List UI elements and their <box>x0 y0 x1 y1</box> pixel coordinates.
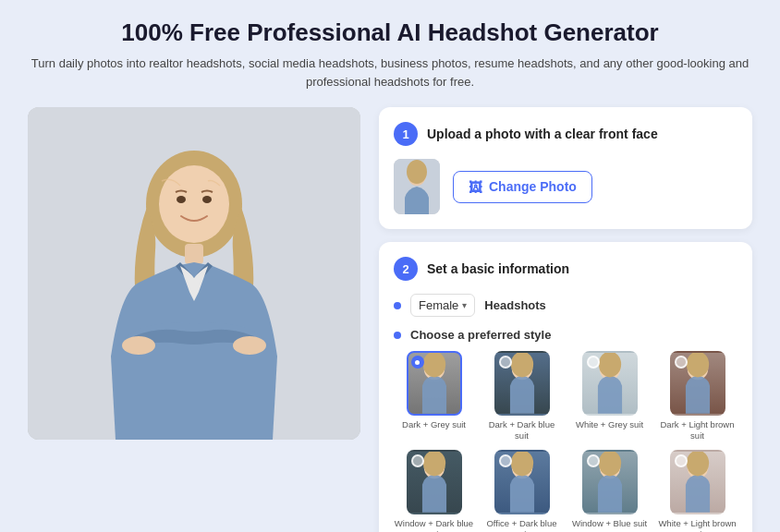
style-dot <box>394 332 401 339</box>
page: 100% Free Professional AI Headshot Gener… <box>0 0 780 532</box>
style-item-window-darkblue[interactable]: Window + Dark blue suit <box>394 450 474 532</box>
right-panel: 1 Upload a photo with a clear front face <box>379 107 752 532</box>
step2-header: 2 Set a basic information <box>394 257 737 281</box>
step2-badge: 2 <box>394 257 418 281</box>
step2-card: 2 Set a basic information Female ▾ Heads… <box>379 242 752 532</box>
gender-value: Female <box>419 298 458 312</box>
style-section-label: Choose a preferred style <box>410 328 551 342</box>
style-item-office-darkblue[interactable]: Office + Dark blue suit <box>481 450 562 532</box>
style-radio-office-darkblue <box>499 454 512 467</box>
style-caption-office-darkblue: Office + Dark blue suit <box>481 518 562 532</box>
change-photo-button[interactable]: 🖼 Change Photo <box>453 171 592 203</box>
style-radio-dark-lightbrown <box>675 356 688 369</box>
thumbnail-preview <box>394 159 440 214</box>
style-radio-window-darkblue <box>411 454 424 467</box>
style-caption-dark-grey: Dark + Grey suit <box>402 419 466 430</box>
style-item-white-grey[interactable]: White + Grey suit <box>569 351 650 442</box>
style-caption-dark-lightbrown: Dark + Light brown suit <box>657 419 737 442</box>
gender-dot <box>394 302 401 309</box>
svg-point-3 <box>159 165 229 243</box>
chevron-down-icon: ▾ <box>462 300 467 310</box>
step2-body: Female ▾ Headshots Choose a preferred st… <box>394 294 737 532</box>
style-item-dark-darkblue[interactable]: Dark + Dark blue suit <box>481 351 562 442</box>
page-title: 100% Free Professional AI Headshot Gener… <box>28 18 752 47</box>
style-caption-white-grey: White + Grey suit <box>576 419 643 430</box>
svg-point-5 <box>202 196 212 203</box>
headshots-label: Headshots <box>484 298 545 312</box>
style-item-dark-lightbrown[interactable]: Dark + Light brown suit <box>657 351 737 442</box>
style-radio-white-lightbrown <box>675 454 688 467</box>
image-icon: 🖼 <box>469 179 482 195</box>
step1-badge: 1 <box>394 122 418 146</box>
photo-preview-area <box>28 107 360 440</box>
page-subtitle: Turn daily photos into realtor headshots… <box>28 54 752 91</box>
change-photo-label: Change Photo <box>489 179 577 194</box>
style-caption-window-blue: Window + Blue suit <box>572 518 647 529</box>
svg-point-6 <box>122 336 155 355</box>
style-caption-white-lightbrown: White + Light brown suit <box>657 518 737 532</box>
step2-title: Set a basic information <box>427 261 569 276</box>
style-caption-window-darkblue: Window + Dark blue suit <box>394 518 474 532</box>
style-grid: Dark + Grey suit Dark + Dark blue suit W… <box>394 351 737 532</box>
gender-row: Female ▾ Headshots <box>394 294 737 317</box>
style-caption-dark-darkblue: Dark + Dark blue suit <box>481 419 562 442</box>
style-item-white-lightbrown[interactable]: White + Light brown suit <box>657 450 737 532</box>
style-radio-window-blue <box>587 454 600 467</box>
header: 100% Free Professional AI Headshot Gener… <box>28 18 752 91</box>
style-item-dark-grey[interactable]: Dark + Grey suit <box>394 351 474 442</box>
woman-figure <box>28 107 360 440</box>
step1-body: 🖼 Change Photo <box>394 159 737 214</box>
style-radio-dark-darkblue <box>499 356 512 369</box>
style-radio-dark-grey <box>411 356 424 369</box>
svg-point-4 <box>177 196 186 203</box>
step1-title: Upload a photo with a clear front face <box>427 127 658 141</box>
gender-select[interactable]: Female ▾ <box>410 294 475 317</box>
main-content: 1 Upload a photo with a clear front face <box>28 107 752 532</box>
svg-rect-2 <box>185 244 203 264</box>
svg-point-10 <box>407 160 427 184</box>
style-label-row: Choose a preferred style <box>394 328 737 342</box>
style-item-window-blue[interactable]: Window + Blue suit <box>569 450 650 532</box>
style-radio-white-grey <box>587 356 600 369</box>
step1-card: 1 Upload a photo with a clear front face <box>379 107 752 229</box>
step1-header: 1 Upload a photo with a clear front face <box>394 122 737 146</box>
svg-point-7 <box>233 336 266 355</box>
